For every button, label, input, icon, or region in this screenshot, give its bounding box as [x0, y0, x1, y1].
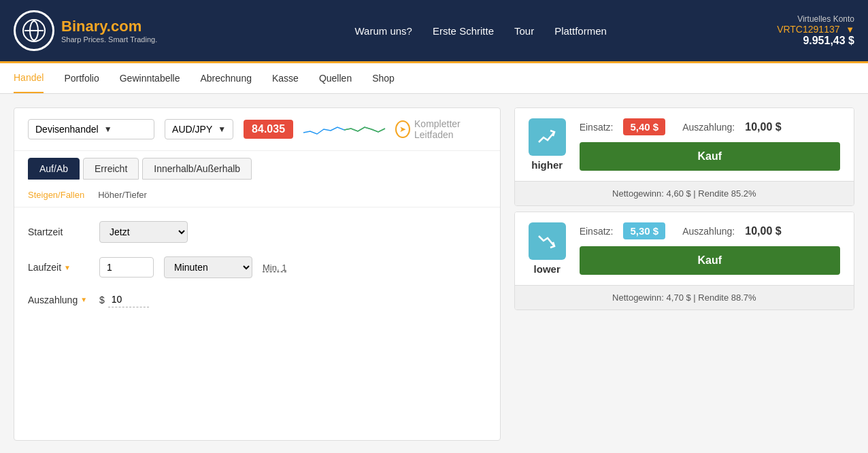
dollar-wrap: $: [99, 292, 149, 307]
higher-auszahlung-label: Auszahlung:: [682, 122, 735, 133]
sub-tabs: Steigen/Fallen Höher/Tiefer: [14, 180, 500, 207]
higher-kauf-button[interactable]: Kauf: [580, 142, 840, 171]
subnav-quellen[interactable]: Quellen: [319, 63, 352, 93]
higher-label: higher: [529, 159, 566, 171]
laufzeit-min: Min. 1: [263, 263, 286, 273]
nav-plattformen[interactable]: Plattformen: [554, 25, 607, 37]
price-display: 84.035: [244, 120, 293, 139]
subnav-abrechnung[interactable]: Abrechnung: [200, 63, 252, 93]
logo-text: Binary.com Sharp Prices. Smart Trading.: [61, 18, 157, 44]
startzeit-select[interactable]: Jetzt: [99, 221, 188, 243]
nav-erste[interactable]: Erste Schritte: [433, 25, 494, 37]
subnav-handel[interactable]: Handel: [14, 63, 44, 93]
account-id-row: VRTC1291137 ▼: [777, 24, 854, 35]
lower-einsatz-value: 5,30 $: [623, 222, 665, 239]
tabs-row: Auf/Ab Erreicht Innerhalb/Außerhalb: [14, 151, 500, 180]
account-id: VRTC1291137: [777, 24, 839, 35]
guide-label: Kompletter Leitfaden: [414, 118, 486, 140]
instrument-arrow: ▼: [104, 124, 112, 134]
brand-name: Binary.com: [61, 18, 157, 35]
subnav-kasse[interactable]: Kasse: [272, 63, 299, 93]
guide-button[interactable]: ➤ Kompletter Leitfaden: [395, 118, 486, 140]
main-nav: Warum uns? Erste Schritte Tour Plattform…: [184, 25, 777, 37]
lower-kauf-button[interactable]: Kauf: [580, 246, 840, 275]
lower-details: Einsatz: 5,30 $ Auszahlung: 10,00 $ Kauf: [580, 222, 840, 275]
lower-auszahlung-label: Auszahlung:: [682, 226, 735, 237]
higher-footer: Nettogewinn: 4,60 $ | Rendite 85.2%: [515, 181, 854, 205]
laufzeit-arrow: ▼: [64, 264, 71, 271]
lower-einsatz-label: Einsatz:: [580, 226, 614, 237]
header: Binary.com Sharp Prices. Smart Trading. …: [0, 0, 868, 61]
top-controls: Devisenhandel ▼ AUD/JPY ▼ 84.035 ➤ Kompl…: [14, 108, 500, 151]
pair-label: AUD/JPY: [172, 124, 212, 135]
higher-details: Einsatz: 5,40 $ Auszahlung: 10,00 $ Kauf: [580, 118, 840, 171]
laufzeit-unit-select[interactable]: Minuten: [164, 256, 252, 278]
tagline: Sharp Prices. Smart Trading.: [61, 35, 157, 44]
auszahlung-arrow: ▼: [80, 296, 87, 303]
higher-auszahlung-value: 10,00 $: [745, 121, 781, 133]
pair-arrow: ▼: [218, 124, 226, 134]
guide-icon: ➤: [395, 120, 410, 138]
nav-warum[interactable]: Warum uns?: [354, 25, 412, 37]
brand-binary: Binary: [61, 18, 107, 35]
higher-card: higher Einsatz: 5,40 $ Auszahlung: 10,00…: [514, 107, 854, 206]
lower-footer: Nettogewinn: 4,70 $ | Rendite 88.7%: [515, 285, 854, 309]
higher-icon: [529, 118, 566, 156]
pair-dropdown[interactable]: AUD/JPY ▼: [165, 119, 233, 139]
brand-com: .com: [107, 18, 141, 35]
instrument-label: Devisenhandel: [35, 124, 99, 135]
subtab-hoeher[interactable]: Höher/Tiefer: [98, 190, 147, 200]
subnav-portfolio[interactable]: Portfolio: [64, 63, 99, 93]
lower-auszahlung-value: 10,00 $: [745, 225, 781, 237]
sub-nav: Handel Portfolio Gewinntabelle Abrechnun…: [0, 63, 868, 94]
subnav-shop[interactable]: Shop: [372, 63, 395, 93]
account-type: Virtuelles Konto: [777, 14, 854, 24]
higher-einsatz-value: 5,40 $: [623, 118, 665, 135]
higher-einsatz-label: Einsatz:: [580, 122, 614, 133]
lower-card: lower Einsatz: 5,30 $ Auszahlung: 10,00 …: [514, 212, 854, 310]
logo-area[interactable]: Binary.com Sharp Prices. Smart Trading.: [14, 10, 157, 51]
subnav-gewinntabelle[interactable]: Gewinntabelle: [120, 63, 180, 93]
lower-label: lower: [529, 263, 566, 275]
tab-aufab[interactable]: Auf/Ab: [28, 158, 80, 180]
instrument-dropdown[interactable]: Devisenhandel ▼: [28, 119, 154, 139]
right-panel: higher Einsatz: 5,40 $ Auszahlung: 10,00…: [514, 107, 854, 441]
higher-info-row: Einsatz: 5,40 $ Auszahlung: 10,00 $: [580, 118, 840, 135]
tab-innerhalb[interactable]: Innerhalb/Außerhalb: [142, 158, 252, 180]
nav-tour[interactable]: Tour: [514, 25, 534, 37]
higher-card-top: higher Einsatz: 5,40 $ Auszahlung: 10,00…: [515, 108, 854, 181]
account-dropdown-arrow[interactable]: ▼: [846, 24, 854, 35]
auszahlung-label-field: Auszahlung ▼: [28, 295, 89, 305]
subtab-steigen[interactable]: Steigen/Fallen: [28, 190, 84, 200]
logo-icon: [14, 10, 54, 51]
left-panel: Devisenhandel ▼ AUD/JPY ▼ 84.035 ➤ Kompl…: [14, 107, 501, 441]
auszahlung-input[interactable]: [108, 292, 149, 307]
laufzeit-row: Laufzeit ▼ Minuten Min. 1: [28, 256, 486, 278]
account-area[interactable]: Virtuelles Konto VRTC1291137 ▼ 9.951,43 …: [777, 14, 854, 47]
main-content: Devisenhandel ▼ AUD/JPY ▼ 84.035 ➤ Kompl…: [0, 94, 868, 453]
laufzeit-label: Laufzeit ▼: [28, 262, 89, 273]
form-section: Startzeit Jetzt Laufzeit ▼ Minuten Min. …: [14, 207, 500, 335]
mini-chart: [303, 119, 385, 139]
account-balance: 9.951,43 $: [777, 35, 854, 47]
lower-icon: [529, 222, 566, 260]
laufzeit-input[interactable]: [99, 257, 154, 278]
lower-info-row: Einsatz: 5,30 $ Auszahlung: 10,00 $: [580, 222, 840, 239]
startzeit-row: Startzeit Jetzt: [28, 221, 486, 243]
auszahlung-row: Auszahlung ▼ $: [28, 292, 486, 307]
lower-card-top: lower Einsatz: 5,30 $ Auszahlung: 10,00 …: [515, 212, 854, 285]
tab-erreicht[interactable]: Erreicht: [83, 158, 139, 180]
startzeit-label: Startzeit: [28, 227, 89, 237]
